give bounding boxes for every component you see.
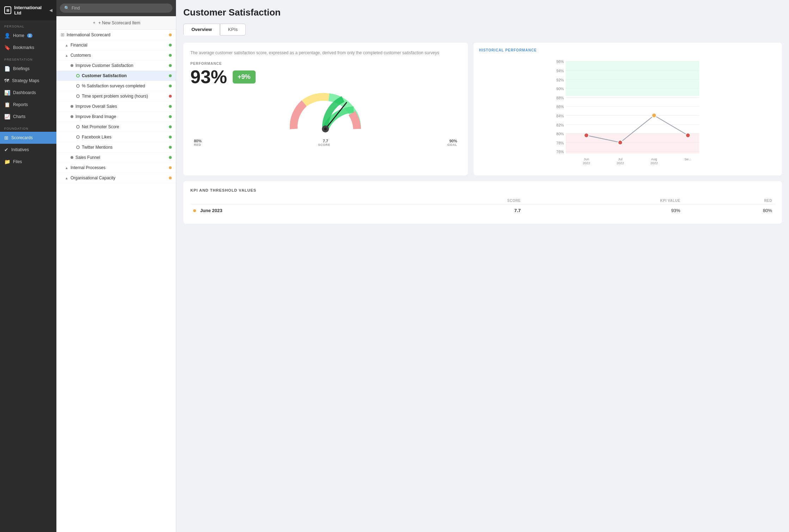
tree-item-org-capacity[interactable]: ▲ Organisational Capacity xyxy=(56,173,176,183)
sidebar-item-label: Strategy Maps xyxy=(12,78,39,83)
status-dot xyxy=(169,44,172,47)
status-dot xyxy=(169,115,172,118)
tree-item-label: % Satisfaction surveys completed xyxy=(82,83,145,88)
dashboards-icon: 📊 xyxy=(4,90,10,95)
svg-text:88%: 88% xyxy=(556,96,564,100)
expand-icon: ▲ xyxy=(65,43,68,47)
change-badge: +9% xyxy=(233,70,256,83)
tree-item-label: Customers xyxy=(71,53,91,58)
svg-text:2022: 2022 xyxy=(616,161,624,165)
chart-card-title: HISTORICAL PERFORMANCE xyxy=(479,48,776,52)
search-icon: 🔍 xyxy=(64,6,69,11)
sidebar-item-dashboards[interactable]: 📊 Dashboards xyxy=(0,87,56,99)
status-dot-outline xyxy=(76,146,80,149)
new-scorecard-item-button[interactable]: ＋ + New Scorecard Item xyxy=(56,16,176,30)
tree-item-label: Twitter Mentions xyxy=(82,145,112,150)
tree-item-customers[interactable]: ▲ Customers xyxy=(56,50,176,61)
sidebar-item-initiatives[interactable]: ✔ Initiatives xyxy=(0,144,56,156)
scorecards-icon: ⊞ xyxy=(4,135,8,141)
gauge-labels: 80% 7.7 90% xyxy=(190,139,461,143)
sidebar: ⊞ International Ltd ◀ PERSONAL 👤 Home 2 … xyxy=(0,0,56,532)
collapse-icon[interactable]: ◀ xyxy=(49,8,52,13)
sidebar-item-label: Scorecards xyxy=(11,135,33,140)
status-dot xyxy=(169,85,172,87)
sidebar-item-bookmarks[interactable]: 🔖 Bookmarks xyxy=(0,42,56,54)
home-icon: 👤 xyxy=(4,33,10,38)
overview-card: The average customer satisfaction score,… xyxy=(183,43,468,175)
status-dot-outline xyxy=(76,135,80,139)
strategy-maps-icon: 🗺 xyxy=(4,78,9,83)
top-row: The average customer satisfaction score,… xyxy=(183,43,782,175)
status-dot xyxy=(169,95,172,98)
status-dot xyxy=(169,105,172,108)
tree-item-internal-processes[interactable]: ▲ Internal Processes xyxy=(56,163,176,173)
tree-item-label: Organisational Capacity xyxy=(71,175,115,180)
svg-text:Jun: Jun xyxy=(583,157,589,161)
historical-chart-card: HISTORICAL PERFORMANCE 96% 94% 92% 90% 8… xyxy=(473,43,782,175)
status-dot-outline xyxy=(76,94,80,98)
svg-text:84%: 84% xyxy=(556,114,564,118)
tree-item-sales-funnel[interactable]: Sales Funnel xyxy=(56,153,176,163)
personal-section-label: PERSONAL xyxy=(0,20,56,30)
status-dot xyxy=(169,146,172,149)
tree-item-intl-scorecard[interactable]: ⊞ International Scorecard xyxy=(56,30,176,40)
sidebar-item-briefings[interactable]: 📄 Briefings xyxy=(0,63,56,75)
sidebar-item-files[interactable]: 📁 Files xyxy=(0,156,56,168)
charts-icon: 📈 xyxy=(4,114,10,119)
tree-item-label: Facebook Likes xyxy=(82,135,111,140)
status-dot xyxy=(169,74,172,77)
tree-item-improve-customer-satisfaction[interactable]: Improve Customer Satisfaction xyxy=(56,61,176,71)
tree-item-improve-overall-sales[interactable]: Improve Overall Sales xyxy=(56,101,176,112)
sidebar-item-charts[interactable]: 📈 Charts xyxy=(0,111,56,123)
status-dot-outline xyxy=(76,125,80,129)
svg-text:78%: 78% xyxy=(556,141,564,145)
svg-point-30 xyxy=(686,133,690,138)
tab-overview[interactable]: Overview xyxy=(183,24,220,36)
gauge-goal-label: GOAL xyxy=(447,143,457,147)
sidebar-item-strategy-maps[interactable]: 🗺 Strategy Maps xyxy=(0,75,56,87)
sidebar-item-label: Reports xyxy=(13,102,28,107)
tree-item-net-promoter[interactable]: Net Promoter Score xyxy=(56,122,176,132)
tree-item-label: Improve Overall Sales xyxy=(75,104,117,109)
reports-icon: 📋 xyxy=(4,102,10,107)
page-title: Customer Satisfaction xyxy=(183,7,782,18)
row-kpi-value: 93% xyxy=(524,204,683,217)
middle-panel: 🔍 Find ＋ + New Scorecard Item ⊞ Internat… xyxy=(56,0,176,532)
svg-text:2022: 2022 xyxy=(582,161,590,165)
big-percent-value: 93% xyxy=(190,68,227,86)
tree-item-pct-surveys[interactable]: % Satisfaction surveys completed xyxy=(56,81,176,91)
tree-item-facebook-likes[interactable]: Facebook Likes xyxy=(56,132,176,142)
status-dot-filled xyxy=(71,115,73,118)
tree-item-customer-satisfaction[interactable]: Customer Satisfaction xyxy=(56,71,176,81)
sidebar-item-home[interactable]: 👤 Home 2 xyxy=(0,30,56,42)
tree-item-financial[interactable]: ▲ Financial xyxy=(56,40,176,50)
tree-item-improve-brand-image[interactable]: Improve Brand Image xyxy=(56,112,176,122)
historical-chart-svg: 96% 94% 92% 90% 88% 86% 84% 82% 80% 78% … xyxy=(479,56,776,168)
sidebar-item-label: Dashboards xyxy=(13,90,36,95)
gauge-red-value: 80% xyxy=(194,139,202,143)
tree-item-time-spent[interactable]: Time spent problem solving (hours) xyxy=(56,91,176,101)
tree-item-label: Internal Processes xyxy=(71,165,105,170)
bookmarks-icon: 🔖 xyxy=(4,45,10,50)
svg-text:94%: 94% xyxy=(556,69,564,73)
performance-row: 93% +9% xyxy=(190,68,461,86)
col-header-date xyxy=(190,197,405,204)
svg-text:Se...: Se... xyxy=(684,157,691,161)
main-content: Customer Satisfaction Overview KPIs The … xyxy=(176,0,789,532)
row-date: June 2023 xyxy=(190,204,405,217)
search-box[interactable]: 🔍 Find xyxy=(60,4,172,13)
sidebar-item-scorecards[interactable]: ⊞ Scorecards xyxy=(0,132,56,144)
kpi-table-card: KPI AND THRESHOLD VALUES SCORE KPI VALUE… xyxy=(183,181,782,224)
sidebar-item-reports[interactable]: 📋 Reports xyxy=(0,99,56,111)
status-dot-filled xyxy=(71,156,73,159)
tree-item-twitter-mentions[interactable]: Twitter Mentions xyxy=(56,142,176,153)
status-dot-outline xyxy=(76,84,80,88)
sidebar-item-label: Initiatives xyxy=(11,147,29,152)
gauge-score-value: 7.7 xyxy=(323,139,328,143)
row-red: 80% xyxy=(683,204,775,217)
tab-kpis[interactable]: KPIs xyxy=(220,24,246,36)
tree-item-label: Customer Satisfaction xyxy=(82,73,127,78)
svg-text:2022: 2022 xyxy=(650,161,658,165)
sidebar-item-label: Briefings xyxy=(13,66,30,71)
svg-rect-25 xyxy=(565,61,699,96)
